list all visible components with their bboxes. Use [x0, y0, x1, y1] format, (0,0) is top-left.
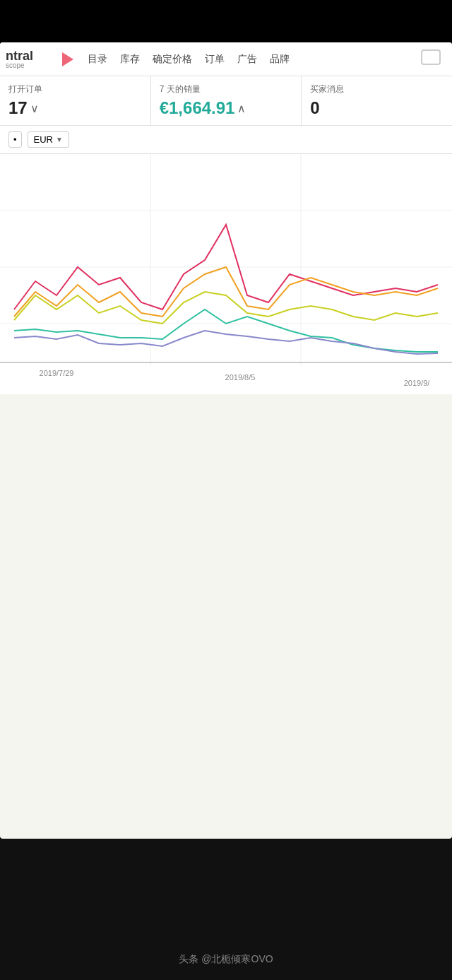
stats-row: 打开订单 17 ∨ 7 天的销量 €1,664.91 ∧ 买家消息 0	[0, 76, 452, 126]
open-orders-value: 17	[8, 98, 28, 118]
currency-code: EUR	[34, 134, 53, 145]
phone-frame: ntral scope 目录 库存 确定价格 订单 广告 品牌 打开订单 17 …	[0, 0, 452, 980]
open-orders-cell[interactable]: 打开订单 17 ∨	[0, 76, 151, 125]
chart-svg: 2019/7/29 2019/8/5 2019/9/	[0, 154, 452, 394]
svg-text:2019/8/5: 2019/8/5	[225, 373, 256, 382]
sales-label: 7 天的销量	[160, 83, 293, 95]
open-orders-arrow: ∨	[30, 102, 39, 115]
nav-item-catalog[interactable]: 目录	[88, 53, 107, 66]
nav-brand: ntral scope	[6, 49, 48, 69]
watermark: 头条 @北栀倾寒OVO	[179, 953, 273, 966]
brand-main: ntral	[6, 49, 48, 62]
bottom-bar: 头条 @北栀倾寒OVO	[0, 839, 452, 980]
nav-item-price[interactable]: 确定价格	[153, 53, 192, 66]
brand-sub: scope	[6, 62, 48, 69]
teal-line	[14, 309, 438, 352]
yellowgreen-line	[14, 292, 438, 324]
svg-text:2019/9/: 2019/9/	[404, 379, 431, 387]
currency-dropdown[interactable]: EUR ▼	[28, 131, 69, 148]
messages-label: 买家消息	[310, 83, 444, 95]
sales-value: €1,664.91	[160, 98, 235, 118]
nav-item-orders[interactable]: 订单	[205, 53, 225, 66]
messages-value: 0	[310, 98, 319, 117]
currency-row: • EUR ▼	[0, 126, 452, 154]
open-orders-label: 打开订单	[8, 83, 142, 95]
messages-cell[interactable]: 买家消息 0	[302, 76, 452, 125]
nav-flag-icon	[62, 52, 73, 66]
nav-item-brand[interactable]: 品牌	[270, 53, 290, 66]
nav-item-inventory[interactable]: 库存	[120, 53, 140, 66]
currency-symbol: •	[13, 134, 17, 145]
currency-dropdown-arrow: ▼	[56, 136, 63, 143]
currency-symbol-select[interactable]: •	[8, 131, 22, 148]
nav-item-ads[interactable]: 广告	[237, 53, 257, 66]
rounded-rect-icon[interactable]	[421, 49, 441, 65]
nav-bar: ntral scope 目录 库存 确定价格 订单 广告 品牌	[0, 42, 452, 76]
screen-content: ntral scope 目录 库存 确定价格 订单 广告 品牌 打开订单 17 …	[0, 42, 452, 839]
sales-arrow: ∧	[237, 102, 246, 115]
purple-line	[14, 331, 438, 354]
sales-cell[interactable]: 7 天的销量 €1,664.91 ∧	[151, 76, 302, 125]
nav-items: 目录 库存 确定价格 订单 广告 品牌	[88, 53, 446, 66]
chart-area: 2019/7/29 2019/8/5 2019/9/	[0, 154, 452, 394]
svg-text:2019/7/29: 2019/7/29	[40, 369, 74, 377]
